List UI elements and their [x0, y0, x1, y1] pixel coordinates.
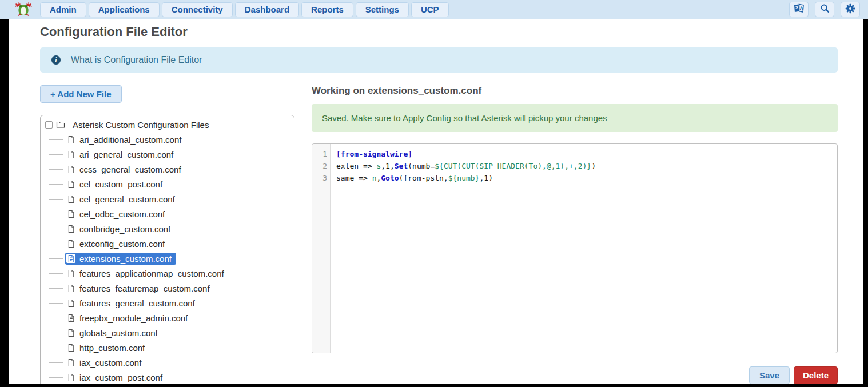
tree-item-iax_custom.conf[interactable]: iax_custom.conf — [49, 355, 289, 370]
tree-item-label: cel_general_custom.conf — [79, 194, 175, 204]
file-icon — [66, 165, 75, 174]
language-icon: A — [793, 3, 805, 15]
tree-item-globals_custom.conf[interactable]: globals_custom.conf — [49, 325, 289, 340]
tree-item-label: features_featuremap_custom.conf — [79, 284, 210, 293]
file-icon — [66, 343, 75, 352]
nav-item-dashboard[interactable]: Dashboard — [235, 2, 299, 17]
nav-right-icons: A — [789, 2, 860, 17]
add-new-file-button[interactable]: + Add New File — [40, 85, 122, 103]
file-icon — [66, 179, 75, 189]
line-number: 3 — [312, 172, 330, 184]
tree-item-cel_odbc_custom.conf[interactable]: cel_odbc_custom.conf — [49, 206, 289, 221]
tree-item-cel_general_custom.conf[interactable]: cel_general_custom.conf — [49, 191, 289, 206]
nav-item-reports[interactable]: Reports — [301, 2, 353, 17]
tree-item-iax_custom_post.conf[interactable]: iax_custom_post.conf — [49, 370, 289, 384]
tree-root[interactable]: Asterisk Custom Configuration Files — [45, 117, 289, 132]
tree-item-confbridge_custom.conf[interactable]: confbridge_custom.conf — [49, 221, 289, 236]
file-icon — [66, 194, 75, 204]
saved-alert: Saved. Make sure to Apply Config so that… — [312, 104, 838, 132]
search-button[interactable] — [815, 2, 834, 17]
tree-item-label: ccss_general_custom.conf — [79, 165, 181, 174]
page-title: Configuration File Editor — [40, 25, 838, 39]
nav-item-settings[interactable]: Settings — [356, 2, 409, 17]
line-number: 2 — [312, 160, 330, 172]
tree-item-features_applicationmap_custom.conf[interactable]: features_applicationmap_custom.conf — [49, 266, 289, 281]
file-sidebar: + Add New File Asterisk Custom Configura… — [40, 85, 294, 384]
tree-item-label: globals_custom.conf — [79, 328, 158, 338]
file-icon — [66, 224, 75, 233]
code-editor: 123 [from-signalwire]exten => s,1,Set(nu… — [312, 143, 838, 353]
file-icon — [66, 135, 75, 144]
tree-item-label: iax_custom_post.conf — [79, 373, 162, 382]
folder-icon — [56, 120, 65, 129]
line-number: 1 — [312, 148, 330, 160]
tree-item-ari_general_custom.conf[interactable]: ari_general_custom.conf — [49, 147, 289, 162]
tree-children: ari_additional_custom.confari_general_cu… — [49, 132, 289, 384]
info-banner[interactable]: i What is Configuration File Editor — [40, 47, 838, 73]
file-tree-panel: Asterisk Custom Configuration Files ari_… — [40, 115, 294, 384]
nav-item-applications[interactable]: Applications — [89, 2, 160, 17]
content-area: Configuration File Editor i What is Conf… — [9, 19, 863, 384]
tree-item-label: freepbx_module_admin.conf — [79, 313, 188, 323]
nav-item-connectivity[interactable]: Connectivity — [162, 2, 233, 17]
tree-item-features_general_custom.conf[interactable]: features_general_custom.conf — [49, 296, 289, 310]
freepbx-logo — [14, 1, 33, 18]
tree-item-http_custom.conf[interactable]: http_custom.conf — [49, 340, 289, 355]
tree-item-label: cel_custom_post.conf — [79, 179, 162, 189]
tree-item-freepbx_module_admin.conf[interactable]: freepbx_module_admin.conf — [49, 310, 289, 325]
tree-item-ari_additional_custom.conf[interactable]: ari_additional_custom.conf — [49, 132, 289, 147]
file-icon — [66, 209, 75, 218]
working-on-heading: Working on extensions_custom.conf — [312, 85, 838, 97]
tree-item-label: ari_general_custom.conf — [79, 150, 173, 159]
tree-item-label: ari_additional_custom.conf — [79, 135, 181, 145]
file-icon — [66, 373, 75, 382]
file-lines-icon — [66, 313, 75, 322]
tree-item-cel_custom_post.conf[interactable]: cel_custom_post.conf — [49, 177, 289, 191]
collapse-expander-icon[interactable] — [45, 121, 53, 129]
tree-item-label: iax_custom.conf — [79, 358, 141, 368]
svg-text:A: A — [799, 6, 803, 11]
file-icon — [66, 239, 75, 248]
tree-item-label: features_applicationmap_custom.conf — [79, 269, 224, 278]
nav-items: AdminApplicationsConnectivityDashboardRe… — [40, 2, 451, 17]
settings-button[interactable] — [841, 2, 860, 17]
file-lines-icon — [66, 254, 75, 263]
tree-item-extconfig_custom.conf[interactable]: extconfig_custom.conf — [49, 236, 289, 251]
file-icon — [66, 284, 75, 293]
tree-item-label: features_general_custom.conf — [79, 298, 195, 308]
code-line: exten => s,1,Set(numb=${CUT(CUT(SIP_HEAD… — [336, 160, 831, 172]
file-icon — [66, 150, 75, 159]
code-line: same => n,Goto(from-pstn,${numb},1) — [336, 172, 831, 184]
nav-item-admin[interactable]: Admin — [40, 2, 86, 17]
tree-item-extensions_custom.conf[interactable]: extensions_custom.conf — [49, 251, 289, 266]
file-icon — [66, 358, 75, 367]
tree-item-label: confbridge_custom.conf — [79, 224, 170, 234]
nav-item-ucp[interactable]: UCP — [411, 2, 449, 17]
tree-root-label: Asterisk Custom Configuration Files — [73, 120, 209, 130]
tree-item-features_featuremap_custom.conf[interactable]: features_featuremap_custom.conf — [49, 281, 289, 296]
search-icon — [820, 3, 830, 15]
line-number-gutter: 123 — [312, 144, 331, 353]
file-icon — [66, 298, 75, 308]
tree-item-label: cel_odbc_custom.conf — [79, 209, 165, 219]
delete-button[interactable]: Delete — [794, 366, 838, 384]
tree-item-label: http_custom.conf — [79, 343, 145, 353]
file-icon — [66, 269, 75, 278]
file-icon — [66, 328, 75, 337]
gear-icon — [845, 3, 855, 16]
language-button[interactable]: A — [789, 2, 809, 17]
code-text-area[interactable]: [from-signalwire]exten => s,1,Set(numb=$… — [331, 144, 837, 353]
top-navbar: AdminApplicationsConnectivityDashboardRe… — [0, 0, 868, 19]
tree-item-label: extconfig_custom.conf — [79, 239, 165, 249]
info-banner-text: What is Configuration File Editor — [71, 55, 202, 65]
tree-item-ccss_general_custom.conf[interactable]: ccss_general_custom.conf — [49, 162, 289, 177]
save-button[interactable]: Save — [749, 366, 790, 384]
info-icon: i — [51, 55, 61, 65]
tree-item-label: extensions_custom.conf — [79, 254, 172, 264]
editor-pane: Working on extensions_custom.conf Saved.… — [312, 85, 838, 384]
code-line: [from-signalwire] — [336, 148, 831, 160]
